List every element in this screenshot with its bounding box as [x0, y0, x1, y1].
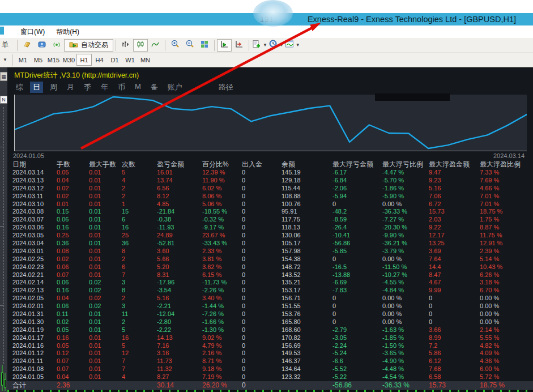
table-cell: -2.80 [157, 318, 202, 326]
table-row[interactable]: 2024.02.230.060.0165.203.62 %0148.72-16.… [7, 263, 533, 271]
menu-window[interactable]: 窗口(W) [15, 27, 50, 37]
tab-季[interactable]: 季 [81, 82, 94, 93]
table-row[interactable]: 2024.02.210.070.0178.316.15 %0143.52-13.… [7, 271, 533, 279]
bar-chart-button[interactable] [118, 39, 133, 52]
table-row[interactable]: 2024.01.300.020.012-2.80-1.66 %0165.8000… [7, 318, 533, 326]
timeframe-mn[interactable]: MN [138, 54, 153, 66]
table-row[interactable]: 2024.03.070.060.016-0.38-0.32 %0117.75-8… [7, 216, 533, 224]
table-cell: 4.67 [429, 279, 480, 287]
tab-path[interactable]: 路径 [219, 82, 233, 92]
table-cell: 0.01 [89, 263, 122, 271]
table-row[interactable]: 2024.02.010.060.023-2.21-1.44 %0151.5500… [7, 302, 533, 310]
tile-windows-button[interactable] [197, 39, 212, 52]
zoom-in-button[interactable] [168, 39, 182, 52]
table-row[interactable]: 2024.02.130.160.028-3.54-2.26 %0153.17-7… [7, 287, 533, 295]
table-cell: 0 [332, 318, 382, 326]
timeframe-m30[interactable]: M30 [61, 54, 76, 66]
timeframe-h4[interactable]: H4 [92, 54, 107, 66]
table-row[interactable]: 2024.01.190.050.015-2.22-1.30 %0168.60-2… [7, 326, 533, 334]
chart-shift-button[interactable] [232, 39, 246, 52]
table-row[interactable]: 2024.02.250.020.0125.663.81 %0154.3800.0… [7, 255, 533, 263]
tab-综[interactable]: 综 [13, 82, 26, 93]
tab-日[interactable]: 日 [30, 82, 43, 93]
community-button[interactable] [35, 39, 49, 52]
table-row[interactable]: 2024.02.140.060.023-17.96-11.73 %0135.21… [7, 279, 533, 287]
chevron-down-icon[interactable]: ▼ [296, 42, 300, 48]
table-row[interactable]: 2024.03.130.040.01413.7411.90 %0129.18-6… [7, 177, 533, 185]
table-cell: 130.06 [282, 232, 332, 240]
table-row[interactable]: 2024.03.060.160.0116-11.93-9.17 %0118.13… [7, 224, 533, 232]
timeframe-m15[interactable]: M15 [46, 54, 61, 66]
table-cell: 7.19 % [202, 373, 242, 381]
templates-button[interactable]: ▼ [284, 39, 301, 52]
table-row[interactable]: 2024.03.120.020.0126.566.02 %0115.44-2.0… [7, 185, 533, 193]
timeframe-h1[interactable]: H1 [76, 54, 92, 66]
table-row[interactable]: 2024.01.110.070.01711.738.71 %0146.37-6.… [7, 357, 533, 365]
table-cell: 2 [122, 255, 157, 263]
table-cell: -4.47 % [382, 169, 429, 177]
timeframe-w1[interactable]: W1 [122, 54, 138, 66]
menu-help[interactable]: 帮助(H) [50, 27, 85, 37]
table-row[interactable]: 2024.02.050.040.0225.163.40 %0156.7100.0… [7, 295, 533, 302]
table-cell: 5.55 % [480, 334, 533, 342]
chevron-down-icon[interactable]: ▼ [0, 54, 10, 66]
table-row[interactable]: 2024.01.120.120.01123.162.16 %0149.53-5.… [7, 350, 533, 357]
line-chart-button[interactable] [148, 39, 163, 52]
table-cell: 3.16 [157, 350, 202, 357]
chevron-down-icon[interactable]: ▼ [279, 42, 284, 48]
timeframe-m5[interactable]: M5 [31, 54, 46, 66]
table-cell: 6.72 [429, 201, 480, 208]
chevron-down-icon[interactable]: ▼ [263, 42, 267, 48]
auto-scroll-button[interactable] [217, 39, 232, 52]
autotrading-button[interactable]: 自动交易 [64, 39, 113, 52]
tab-年[interactable]: 年 [98, 82, 111, 93]
table-cell: -3.05 [332, 334, 382, 342]
table-row[interactable]: 2024.01.050.040.0148.277.19 %0123.32-5.2… [7, 373, 533, 381]
table-cell: 134.64 [282, 365, 332, 373]
table-row[interactable]: 2024.03.050.250.012524.8923.67 %0130.06-… [7, 232, 533, 240]
table-row[interactable]: 2024.03.010.080.0183.602.33 %0157.98-5.8… [7, 248, 533, 255]
table-cell: 0.01 [89, 255, 122, 263]
table-row[interactable]: 2024.01.310.110.0111-12.04-7.26 %0153.76… [7, 310, 533, 318]
tab-备[interactable]: 备 [148, 82, 161, 93]
zoom-out-button[interactable] [182, 39, 197, 52]
new-order-button-fragment[interactable]: 单 [0, 39, 15, 52]
tab-M[interactable]: M [132, 82, 144, 93]
table-row[interactable]: 2024.01.080.070.01711.329.18 %0134.64-5.… [7, 365, 533, 373]
periods-button[interactable]: ▼ [268, 39, 284, 52]
table-cell: 26.20 % [202, 381, 242, 390]
table-cell: 2024.02.23 [12, 263, 57, 271]
candlestick-chart-button[interactable] [133, 39, 148, 52]
table-cell: 7.69 % [480, 177, 533, 185]
table-cell: 6.02 % [202, 185, 242, 193]
tab-周[interactable]: 周 [47, 82, 60, 93]
timeframe-m1[interactable]: M1 [15, 54, 31, 66]
tab-账户[interactable]: 账户 [165, 82, 185, 93]
signals-button[interactable] [49, 39, 64, 52]
table-cell: 2024.01.05 [12, 373, 57, 381]
indicator-chip-icon[interactable]: N [0, 96, 7, 104]
table-row[interactable]: 2024.03.140.050.01516.0112.39 %0145.19-6… [7, 169, 533, 177]
table-cell: 2024.03.01 [12, 248, 57, 255]
table-cell: 0.01 [89, 318, 122, 326]
table-cell: 156.71 [282, 295, 332, 302]
timeframe-d1[interactable]: D1 [107, 54, 122, 66]
table-row[interactable]: 2024.01.160.050.0157.164.79 %0156.69-2.2… [7, 342, 533, 350]
table-row[interactable]: 2024.03.110.020.0128.128.06 %0108.88-5.9… [7, 193, 533, 201]
tab-币[interactable]: 币 [115, 82, 128, 93]
table-cell: 16.01 [157, 169, 202, 177]
table-row[interactable]: 2024.01.170.160.011614.139.02 %0170.82-3… [7, 334, 533, 342]
total-row[interactable]: 合计2.3630.1426.20 %0-56.86-36.33 %15.7318… [7, 381, 533, 390]
table-cell: 3.69 [429, 248, 480, 255]
indicators-button[interactable]: ▼ [251, 39, 268, 52]
table-cell: 0.36 [57, 240, 89, 248]
table-row[interactable]: 2024.03.100.010.0114.855.06 %0100.7600.0… [7, 201, 533, 208]
table-cell: 0 [242, 357, 282, 365]
tab-月[interactable]: 月 [64, 82, 77, 93]
table-row[interactable]: 2024.03.080.150.0115-21.84-18.55 %095.91… [7, 208, 533, 216]
table-cell: 8.99 [429, 334, 480, 342]
table-cell: -26.4 [332, 224, 382, 232]
hosting-button[interactable] [20, 39, 35, 52]
chart-window-icon[interactable]: ▦ [0, 72, 7, 81]
table-row[interactable]: 2024.03.040.360.0136-52.81-33.43 %0105.1… [7, 240, 533, 248]
